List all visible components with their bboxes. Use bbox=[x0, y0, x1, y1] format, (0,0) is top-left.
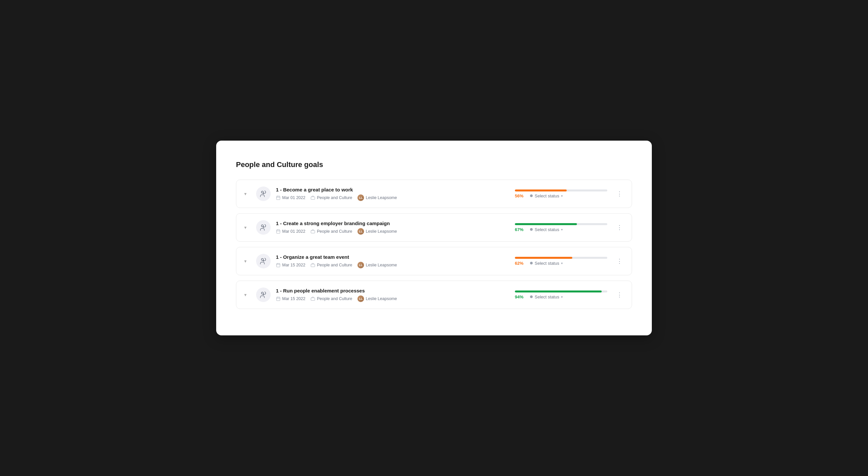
more-options-button[interactable]: ⋮ bbox=[615, 223, 624, 232]
goal-meta: Mar 15 2022 People and Culture LL Leslie… bbox=[276, 295, 506, 302]
chevron-down-icon[interactable]: ▾ bbox=[244, 259, 251, 264]
briefcase-icon bbox=[311, 229, 315, 234]
calendar-icon bbox=[276, 296, 281, 301]
calendar-icon bbox=[276, 196, 281, 200]
goal-title: 1 - Run people enablement processes bbox=[276, 288, 506, 294]
progress-bottom: 62% Select status ▾ bbox=[515, 261, 607, 266]
goal-card-2: ▾ 1 - Create a strong employer branding … bbox=[236, 213, 632, 242]
progress-percent: 56% bbox=[515, 194, 523, 198]
status-chevron-icon: ▾ bbox=[561, 262, 563, 265]
goal-card-3: ▾ 1 - Organize a great team event bbox=[236, 247, 632, 275]
progress-bottom: 67% Select status ▾ bbox=[515, 227, 607, 232]
user-avatar: LL bbox=[358, 295, 364, 302]
goal-icon-avatar bbox=[256, 220, 271, 235]
page-title: People and Culture goals bbox=[236, 160, 632, 169]
goal-info: 1 - Create a strong employer branding ca… bbox=[276, 220, 506, 235]
goal-right-section: 94% Select status ▾ ⋮ bbox=[512, 291, 624, 299]
progress-percent: 62% bbox=[515, 261, 523, 266]
status-dot bbox=[530, 228, 533, 231]
main-window: People and Culture goals ▾ 1 - Become a … bbox=[216, 141, 652, 335]
more-options-button[interactable]: ⋮ bbox=[615, 189, 624, 198]
goal-team: People and Culture bbox=[311, 229, 352, 234]
people-heart-icon bbox=[259, 257, 267, 265]
svg-rect-5 bbox=[311, 197, 315, 199]
goal-date: Mar 01 2022 bbox=[276, 229, 305, 234]
goal-user: LL Leslie Leapsome bbox=[358, 295, 397, 302]
goal-right-section: 62% Select status ▾ ⋮ bbox=[512, 257, 624, 266]
goal-title: 1 - Create a strong employer branding ca… bbox=[276, 220, 506, 226]
goal-right-section: 67% Select status ▾ ⋮ bbox=[512, 223, 624, 232]
people-heart-icon bbox=[259, 190, 267, 198]
progress-percent: 94% bbox=[515, 294, 523, 299]
goal-date: Mar 15 2022 bbox=[276, 263, 305, 267]
goal-meta: Mar 15 2022 People and Culture LL Leslie… bbox=[276, 262, 506, 268]
status-chevron-icon: ▾ bbox=[561, 295, 563, 299]
progress-fill bbox=[515, 223, 577, 225]
progress-track bbox=[515, 223, 607, 225]
briefcase-icon bbox=[311, 196, 315, 200]
goal-info: 1 - Organize a great team event Mar 15 2… bbox=[276, 254, 506, 268]
svg-rect-1 bbox=[277, 196, 280, 200]
svg-rect-23 bbox=[311, 298, 315, 300]
goal-date: Mar 15 2022 bbox=[276, 296, 305, 301]
people-heart-icon bbox=[259, 224, 267, 231]
user-avatar: LL bbox=[358, 228, 364, 235]
progress-fill bbox=[515, 291, 602, 293]
status-label: Select status bbox=[535, 227, 559, 232]
status-dot bbox=[530, 295, 533, 298]
chevron-down-icon[interactable]: ▾ bbox=[244, 191, 251, 197]
svg-rect-7 bbox=[277, 230, 280, 233]
goal-card-1: ▾ 1 - Become a great place to work bbox=[236, 180, 632, 208]
goal-icon-avatar bbox=[256, 186, 271, 201]
people-heart-icon bbox=[259, 291, 267, 299]
goal-card-4: ▾ 1 - Run people enablement processes bbox=[236, 280, 632, 309]
goal-team: People and Culture bbox=[311, 263, 352, 267]
progress-track bbox=[515, 189, 607, 191]
goal-user: LL Leslie Leapsome bbox=[358, 228, 397, 235]
status-select[interactable]: Select status ▾ bbox=[530, 261, 563, 266]
goal-user: LL Leslie Leapsome bbox=[358, 195, 397, 201]
goal-date: Mar 01 2022 bbox=[276, 196, 305, 200]
goal-icon-avatar bbox=[256, 288, 271, 302]
goal-user: LL Leslie Leapsome bbox=[358, 262, 397, 268]
calendar-icon bbox=[276, 229, 281, 234]
progress-section: 67% Select status ▾ bbox=[515, 223, 607, 232]
status-select[interactable]: Select status ▾ bbox=[530, 294, 563, 299]
progress-fill bbox=[515, 189, 567, 191]
status-select[interactable]: Select status ▾ bbox=[530, 194, 563, 198]
progress-percent: 67% bbox=[515, 227, 523, 232]
more-options-button[interactable]: ⋮ bbox=[615, 291, 624, 299]
goal-right-section: 56% Select status ▾ ⋮ bbox=[512, 189, 624, 198]
goal-meta: Mar 01 2022 People and Culture LL Leslie… bbox=[276, 228, 506, 235]
goal-team: People and Culture bbox=[311, 196, 352, 200]
status-chevron-icon: ▾ bbox=[561, 194, 563, 198]
progress-bottom: 94% Select status ▾ bbox=[515, 294, 607, 299]
goal-title: 1 - Organize a great team event bbox=[276, 254, 506, 260]
progress-track bbox=[515, 257, 607, 259]
chevron-down-icon[interactable]: ▾ bbox=[244, 292, 251, 297]
calendar-icon bbox=[276, 263, 281, 267]
progress-fill bbox=[515, 257, 572, 259]
status-chevron-icon: ▾ bbox=[561, 228, 563, 231]
goal-info: 1 - Run people enablement processes Mar … bbox=[276, 288, 506, 302]
more-options-button[interactable]: ⋮ bbox=[615, 257, 624, 265]
svg-rect-13 bbox=[277, 263, 280, 267]
progress-section: 94% Select status ▾ bbox=[515, 291, 607, 299]
svg-rect-19 bbox=[277, 297, 280, 301]
status-label: Select status bbox=[535, 294, 559, 299]
status-select[interactable]: Select status ▾ bbox=[530, 227, 563, 232]
goal-title: 1 - Become a great place to work bbox=[276, 187, 506, 192]
goal-team: People and Culture bbox=[311, 296, 352, 301]
status-label: Select status bbox=[535, 261, 559, 266]
chevron-down-icon[interactable]: ▾ bbox=[244, 225, 251, 230]
progress-bottom: 56% Select status ▾ bbox=[515, 194, 607, 198]
briefcase-icon bbox=[311, 296, 315, 301]
progress-section: 56% Select status ▾ bbox=[515, 189, 607, 198]
user-avatar: LL bbox=[358, 262, 364, 268]
status-dot bbox=[530, 262, 533, 264]
user-avatar: LL bbox=[358, 195, 364, 201]
svg-rect-17 bbox=[311, 264, 315, 267]
goal-meta: Mar 01 2022 People and Culture LL Leslie… bbox=[276, 195, 506, 201]
svg-rect-11 bbox=[311, 230, 315, 233]
progress-track bbox=[515, 291, 607, 293]
